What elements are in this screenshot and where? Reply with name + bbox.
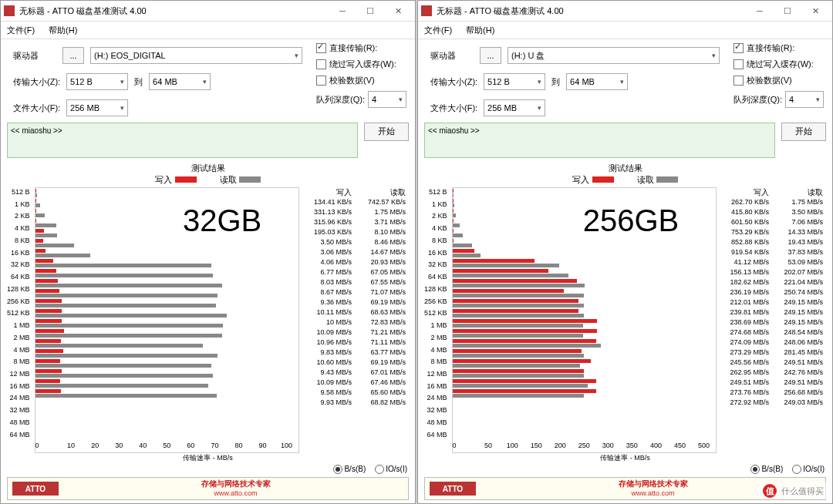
drive-select[interactable]: (H:) U 盘 (508, 47, 720, 64)
maximize-button[interactable]: ☐ (356, 2, 384, 20)
chart-row (35, 368, 298, 378)
start-button[interactable]: 开始 (781, 123, 826, 141)
y-tick-label: 256 KB (424, 297, 447, 307)
data-row: 249.51 MB/s249.51 MB/s (720, 378, 828, 388)
description-box[interactable]: << miaoshu >> (7, 123, 358, 158)
close-button[interactable]: ✕ (384, 2, 412, 20)
footer-url[interactable]: www.atto.com (63, 489, 408, 498)
drive-browse-button[interactable]: ... (480, 47, 501, 64)
write-value: 10.96 MB/s (302, 338, 356, 348)
transfer-size-to-select[interactable]: 64 MB (149, 73, 211, 90)
transfer-size-to-select[interactable]: 64 MB (566, 73, 628, 90)
queue-depth-select[interactable]: 4 (368, 91, 406, 108)
chart-row (453, 348, 716, 358)
queue-depth-select[interactable]: 4 (785, 91, 824, 108)
write-column-header: 写入 (302, 187, 356, 197)
legend-write-swatch (592, 176, 614, 183)
read-value: 249.51 MB/s (774, 358, 828, 368)
read-bar (453, 344, 601, 348)
app-window: 无标题 - ATTO 磁盘基准测试 4.00─☐✕文件(F)帮助(H)驱动器..… (417, 0, 833, 504)
chart-row (35, 348, 298, 358)
write-value: 212.01 MB/s (720, 297, 774, 307)
y-tick-label: 4 MB (431, 345, 447, 355)
data-row: 919.54 KB/s37.83 MB/s (720, 247, 828, 257)
y-tick-label: 2 KB (15, 211, 30, 221)
ios-radio[interactable] (375, 465, 384, 474)
x-axis-label: 传输速率 - MB/s (418, 453, 832, 463)
data-table: 写入读取134.41 KB/s742.57 KB/s331.13 KB/s1.7… (302, 187, 410, 453)
read-bar (35, 254, 90, 257)
menu-file[interactable]: 文件(F) (7, 25, 35, 36)
chart-row (453, 248, 716, 258)
chart-row (35, 268, 298, 278)
chart-row (453, 318, 716, 328)
data-row: 41.12 MB/s53.09 MB/s (720, 257, 828, 267)
write-bar (35, 359, 60, 363)
minimize-button[interactable]: ─ (329, 2, 356, 20)
atto-logo: ATTO (12, 482, 59, 496)
direct-transfer-checkbox[interactable] (316, 43, 326, 53)
data-row: 852.88 KB/s19.43 MB/s (720, 237, 828, 247)
read-bar (453, 374, 584, 378)
x-tick-label: 450 (668, 442, 692, 452)
minimize-button[interactable]: ─ (746, 2, 774, 20)
footer-banner: ATTO存储与网络技术专家www.atto.com (7, 477, 409, 500)
transfer-size-from-select[interactable]: 512 B (66, 73, 128, 90)
x-tick-label: 50 (155, 442, 179, 452)
description-box[interactable]: << miaoshu >> (424, 123, 775, 158)
write-bar (35, 209, 36, 213)
file-size-select[interactable]: 256 MB (484, 99, 545, 116)
y-tick-label: 4 KB (15, 223, 30, 234)
write-bar (453, 239, 454, 243)
write-bar (35, 289, 60, 293)
write-value: 10.09 MB/s (302, 328, 356, 338)
legend-write-label: 写入 (155, 175, 172, 184)
chart-row (453, 238, 716, 248)
maximize-button[interactable]: ☐ (774, 2, 801, 20)
close-button[interactable]: ✕ (801, 2, 829, 20)
legend-write-swatch (175, 176, 197, 183)
direct-transfer-checkbox-label: 直接传输(R): (747, 42, 794, 54)
drive-select[interactable]: (H:) EOS_DIGITAL (90, 47, 302, 64)
verify-data-checkbox-label: 校验数据(V) (329, 75, 375, 86)
menu-help[interactable]: 帮助(H) (466, 25, 494, 36)
write-bar (35, 369, 62, 373)
read-bar (453, 304, 584, 307)
write-value: 3.06 MB/s (302, 247, 356, 257)
ios-radio[interactable] (792, 465, 801, 474)
start-button[interactable]: 开始 (364, 123, 409, 141)
write-bar (453, 279, 577, 283)
write-bar (35, 349, 63, 353)
y-tick-label: 2 KB (432, 211, 447, 221)
y-tick-label: 512 B (12, 187, 30, 197)
read-bar (35, 284, 223, 287)
verify-data-checkbox[interactable] (734, 76, 744, 86)
chart-row (453, 278, 716, 288)
y-tick-label: 8 MB (431, 357, 447, 367)
drive-browse-button[interactable]: ... (62, 47, 84, 64)
transfer-size-from-select[interactable]: 512 B (484, 73, 545, 90)
chart-row (35, 358, 298, 368)
bypass-cache-checkbox[interactable] (734, 59, 744, 69)
file-size-select[interactable]: 256 MB (66, 99, 128, 116)
write-bar (35, 319, 62, 323)
menu-help[interactable]: 帮助(H) (49, 25, 77, 36)
direct-transfer-checkbox[interactable] (734, 43, 744, 53)
bypass-cache-checkbox[interactable] (316, 59, 326, 69)
legend-read-label: 读取 (637, 175, 654, 184)
y-tick-label: 12 MB (427, 369, 447, 379)
chart-row (35, 388, 298, 398)
write-bar (35, 339, 62, 343)
write-value: 41.12 MB/s (720, 257, 774, 267)
data-row: 245.56 MB/s249.51 MB/s (720, 358, 828, 368)
verify-data-checkbox[interactable] (316, 76, 326, 86)
read-value: 20.93 MB/s (356, 257, 410, 267)
data-row: 10 MB/s72.83 MB/s (302, 318, 410, 328)
chart-row (35, 258, 298, 268)
read-bar (35, 314, 228, 318)
bs-radio[interactable] (750, 465, 760, 474)
menu-file[interactable]: 文件(F) (424, 25, 452, 36)
read-bar (35, 264, 212, 267)
bs-radio[interactable] (333, 465, 342, 474)
write-value: 273.29 MB/s (720, 348, 774, 358)
